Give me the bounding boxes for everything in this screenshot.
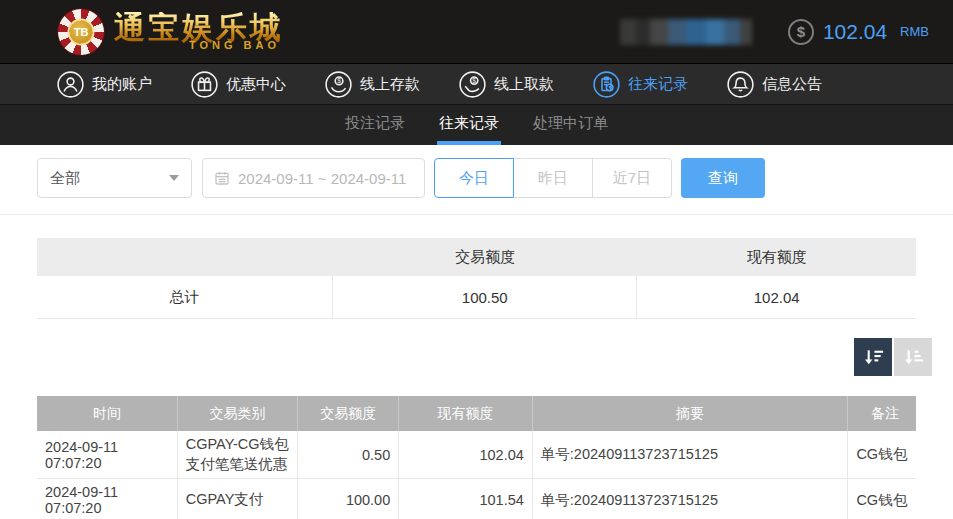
nav-item-my-account[interactable]: 我的账户	[57, 71, 152, 98]
cell-balance: 101.54	[398, 479, 532, 519]
cell-balance: 102.04	[398, 431, 532, 478]
table-row: 2024-09-11 07:07:20 CGPAY支付 100.00 101.5…	[37, 479, 916, 519]
cell-note: CG钱包	[847, 431, 916, 478]
balance-display: $ 102.04 RMB	[788, 19, 929, 45]
nav-label: 优惠中心	[226, 75, 286, 94]
balance-amount: 102.04	[823, 20, 887, 44]
user-icon	[57, 71, 84, 98]
brand-title-en: TONG BAO	[114, 40, 284, 51]
type-select[interactable]: 全部	[37, 158, 192, 198]
date-range-input[interactable]: 2024-09-11 ~ 2024-09-11	[202, 158, 425, 198]
cell-time: 2024-09-11 07:07:20	[37, 479, 177, 519]
cell-amount: 0.50	[297, 431, 398, 478]
deposit-icon: $	[325, 71, 352, 98]
summary-table: 交易额度 现有额度 总计 100.50 102.04	[37, 238, 916, 319]
svg-text:$: $	[337, 77, 341, 84]
summary-total-amount: 100.50	[333, 276, 637, 318]
sort-asc-icon	[902, 346, 925, 369]
records-icon	[593, 71, 620, 98]
chevron-down-icon	[169, 175, 179, 181]
chip-monogram: TB	[68, 18, 95, 45]
nav-item-deposit[interactable]: $ 线上存款	[325, 71, 420, 98]
sort-descending-button[interactable]	[854, 338, 892, 376]
cell-summary: 单号:202409113723715125	[532, 479, 848, 519]
nav-label: 往来记录	[628, 75, 688, 94]
filter-bar: 全部 2024-09-11 ~ 2024-09-11 今日 昨日 近7日 查询	[37, 158, 916, 198]
last7days-button[interactable]: 近7日	[592, 158, 672, 198]
sort-controls	[0, 338, 932, 376]
tab-transaction-records[interactable]: 往来记录	[437, 105, 501, 145]
nav-item-promotions[interactable]: 优惠中心	[191, 71, 286, 98]
summary-total-label: 总计	[37, 276, 333, 318]
yesterday-button[interactable]: 昨日	[513, 158, 593, 198]
svg-text:$: $	[472, 76, 476, 83]
date-range-value: 2024-09-11 ~ 2024-09-11	[238, 170, 406, 187]
cell-amount: 100.00	[297, 479, 398, 519]
nav-label: 我的账户	[92, 75, 152, 94]
type-select-value: 全部	[50, 169, 80, 188]
top-bar: TB 通宝娱乐城 TONG BAO $ 102.04 RMB	[0, 0, 953, 64]
tab-betting-records[interactable]: 投注记录	[343, 105, 407, 145]
transaction-records-page: TB 通宝娱乐城 TONG BAO $ 102.04 RMB 我的账	[0, 0, 953, 519]
username-masked	[620, 19, 752, 45]
nav-label: 信息公告	[762, 75, 822, 94]
header-time: 时间	[37, 396, 177, 431]
withdraw-icon: $	[459, 71, 486, 98]
gift-icon	[191, 71, 218, 98]
header-amount: 交易额度	[297, 396, 398, 431]
quick-date-group: 今日 昨日 近7日	[434, 158, 672, 198]
header-summary: 摘要	[532, 396, 848, 431]
calendar-icon	[214, 170, 230, 186]
nav-item-announcements[interactable]: 信息公告	[727, 71, 822, 98]
cell-summary: 单号:202409113723715125	[532, 431, 848, 478]
summary-header-row: 交易额度 现有额度	[37, 238, 916, 276]
records-table: 时间 交易类别 交易额度 现有额度 摘要 备注 2024-09-11 07:07…	[37, 396, 916, 519]
balance-currency: RMB	[900, 24, 929, 39]
cell-type: CGPAY支付	[177, 479, 297, 519]
cell-time: 2024-09-11 07:07:20	[37, 431, 177, 478]
table-row: 2024-09-11 07:07:20 CGPAY-CG钱包支付笔笔送优惠 0.…	[37, 431, 916, 479]
sub-tab-bar: 投注记录 往来记录 处理中订单	[0, 105, 953, 145]
main-nav: 我的账户 优惠中心 $ 线上存款 $ 线上取款	[0, 64, 953, 105]
records-header-row: 时间 交易类别 交易额度 现有额度 摘要 备注	[37, 396, 916, 431]
nav-item-transactions[interactable]: 往来记录	[593, 71, 688, 98]
header-note: 备注	[847, 396, 916, 431]
sort-ascending-button[interactable]	[894, 338, 932, 376]
summary-col-amount: 交易额度	[333, 248, 637, 267]
brand-logo[interactable]: TB 通宝娱乐城 TONG BAO	[58, 9, 284, 55]
header-balance: 现有额度	[398, 396, 532, 431]
nav-label: 线上存款	[360, 75, 420, 94]
bell-icon	[727, 71, 754, 98]
cell-type: CGPAY-CG钱包支付笔笔送优惠	[177, 431, 297, 478]
header-type: 交易类别	[177, 396, 297, 431]
nav-label: 线上取款	[494, 75, 554, 94]
casino-chip-icon: TB	[58, 9, 104, 55]
section-divider	[0, 214, 953, 215]
today-button[interactable]: 今日	[434, 158, 514, 198]
summary-total-balance: 102.04	[637, 276, 916, 318]
nav-item-withdraw[interactable]: $ 线上取款	[459, 71, 554, 98]
summary-col-balance: 现有额度	[637, 248, 916, 267]
query-button[interactable]: 查询	[681, 158, 765, 198]
sort-desc-icon	[862, 346, 885, 369]
summary-total-row: 总计 100.50 102.04	[37, 276, 916, 319]
tab-pending-orders[interactable]: 处理中订单	[531, 105, 610, 145]
dollar-icon: $	[788, 19, 814, 45]
cell-note: CG钱包	[847, 479, 916, 519]
